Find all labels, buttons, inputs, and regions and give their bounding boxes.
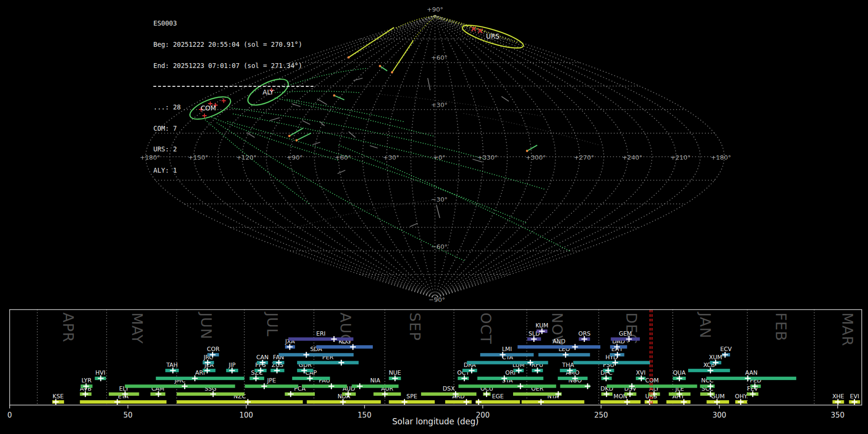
shower-code-ORS: ORS (578, 330, 590, 337)
shower-code-EVI: EVI (850, 393, 859, 400)
shower-code-AAN: AAN (745, 369, 758, 376)
svg-text:OCT: OCT (477, 312, 494, 344)
svg-text:+0°: +0° (433, 154, 446, 161)
begin-time: Beg: 20251222 20:55:04 (sol = 270.91°) (153, 41, 313, 48)
svg-text:+30°: +30° (383, 154, 399, 161)
shower-code-KUM: KUM (535, 322, 548, 329)
shower-COR: COR (207, 346, 219, 358)
x-tick-label: 250 (594, 411, 608, 420)
shower-code-KSE: KSE (53, 393, 64, 400)
svg-text:JUN: JUN (198, 312, 215, 339)
svg-text:MAR: MAR (839, 312, 856, 346)
svg-text:−30°: −30° (431, 196, 448, 203)
shower-code-NIA: NIA (370, 377, 381, 384)
x-tick-label: 350 (831, 411, 845, 420)
end-time: End: 20251223 07:01:07 (sol = 271.34°) (153, 62, 313, 69)
shower-code-QUA: QUA (673, 369, 686, 376)
svg-text:JAN: JAN (697, 312, 714, 339)
shower-code-TAH: TAH (166, 362, 178, 368)
shower-code-THA: THA (562, 362, 574, 368)
svg-text:+240°: +240° (622, 154, 642, 161)
plot-canvas: COMALYURS+90°+60°+30°−30°−60°−90°+180°+1… (0, 0, 868, 434)
svg-text:+60°: +60° (431, 54, 448, 61)
shower-TAH: TAH (165, 362, 179, 374)
shower-code-XVI: XVI (636, 369, 646, 376)
shower-code-AND: AND (553, 338, 565, 345)
count-aly: ALY: 1 (153, 167, 313, 174)
radiant-label-URS: URS (486, 32, 500, 40)
x-tick-label: 300 (712, 411, 726, 420)
shower-code-COR: COR (207, 346, 219, 353)
shower-code-DSX: DSX (443, 385, 455, 392)
shower-ORS: ORS (578, 330, 590, 342)
meteor-plot-screen: COMALYURS+90°+60°+30°−30°−60°−90°+180°+1… (0, 0, 868, 434)
info-block: ES0003 Beg: 20251222 20:55:04 (sol = 270… (153, 6, 313, 188)
shower-code-LMI: LMI (502, 346, 512, 353)
shower-OHY: OHY (735, 393, 747, 405)
x-axis-title: Solar longitude (deg) (392, 417, 479, 426)
count-urs: URS: 2 (153, 146, 313, 153)
svg-text:+210°: +210° (670, 154, 691, 161)
svg-text:+60°: +60° (335, 154, 351, 161)
shower-code-JIP: JIP (228, 362, 235, 368)
shower-code-ERI: ERI (316, 330, 326, 337)
shower-NUE: NUE (389, 369, 401, 381)
station-id: ES0003 (153, 20, 313, 27)
activity-timeline: APRMAYJUNJULAUGSEPOCTNOVDECJANFEBMARKSEE… (7, 310, 862, 426)
shower-XCB: XCB (688, 362, 730, 374)
shower-code-SPE: SPE (407, 393, 417, 400)
month-labels: APRMAYJUNJULAUGSEPOCTNOVDECJANFEBMAR (60, 312, 856, 346)
x-axis: 050100150200250300350Solar longitude (de… (7, 405, 844, 426)
shower-code-JPE: JPE (267, 377, 276, 384)
svg-text:SEP: SEP (407, 312, 423, 341)
svg-text:FEB: FEB (773, 312, 789, 341)
shower-KUM: KUM (535, 322, 548, 334)
shower-JIP: JIP (226, 362, 238, 374)
svg-text:+180°: +180° (711, 154, 731, 161)
shower-code-LYR: LYR (81, 377, 92, 384)
shower-KSE: KSE (52, 393, 64, 405)
shower-XHE: XHE (832, 393, 844, 405)
svg-text:+30°: +30° (431, 101, 448, 108)
svg-text:−90°: −90° (429, 296, 445, 303)
count-sporadic: ...: 28 (153, 104, 313, 111)
shower-code-ECV: ECV (720, 346, 732, 353)
shower-XVI: XVI (636, 369, 646, 381)
shower-code-CAN: CAN (256, 354, 269, 361)
shower-HVI: HVI (95, 369, 106, 381)
count-com: COM: 7 (153, 125, 313, 132)
info-separator (153, 86, 313, 87)
x-tick-label: 0 (7, 411, 12, 420)
svg-text:APR: APR (60, 312, 77, 342)
svg-text:−60°: −60° (431, 243, 448, 250)
shower-code-XUM: XUM (709, 354, 722, 361)
shower-CAN: CAN (256, 354, 269, 366)
svg-text:+330°: +330° (477, 154, 498, 161)
x-tick-label: 100 (239, 411, 253, 420)
shower-code-GEM: GEM (619, 330, 632, 337)
shower-code-OHY: OHY (735, 393, 747, 400)
shower-QUA: QUA (673, 369, 686, 381)
shower-code-XHE: XHE (832, 393, 844, 400)
svg-text:+90°: +90° (427, 6, 443, 13)
shower-XUM: XUM (709, 354, 722, 366)
shower-EVI: EVI (849, 393, 860, 405)
svg-text:JUL: JUL (264, 312, 281, 337)
svg-text:+300°: +300° (526, 154, 546, 161)
shower-bars: KSEETANZCNDASPEARDEGENTAMONURSAHYGUMOHYX… (52, 322, 860, 405)
x-tick-label: 50 (123, 411, 133, 420)
shower-code-EGE: EGE (492, 393, 503, 400)
svg-text:MAY: MAY (129, 312, 146, 344)
shower-code-NUE: NUE (389, 369, 401, 376)
radiant-URS: URS (461, 21, 525, 52)
x-tick-label: 150 (358, 411, 372, 420)
shower-LYR: LYR (81, 377, 93, 389)
svg-text:+270°: +270° (574, 154, 594, 161)
shower-code-HVI: HVI (95, 369, 106, 376)
